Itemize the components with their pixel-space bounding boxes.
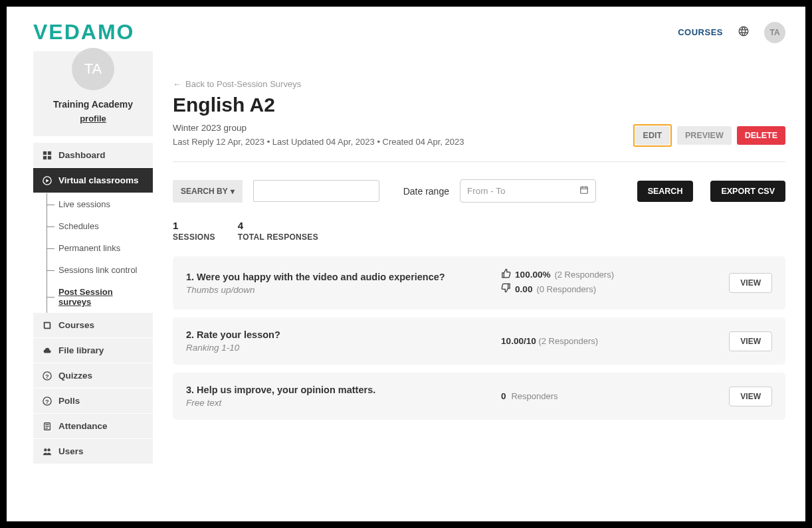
org-name: Training Academy — [40, 99, 146, 110]
svg-rect-2 — [43, 155, 47, 159]
sidebar-item-users[interactable]: Users — [33, 439, 153, 464]
sidebar-item-label: Courses — [58, 320, 94, 330]
question-title: 2. Rate your lesson? — [186, 329, 490, 340]
book-icon — [43, 321, 52, 330]
play-circle-icon — [43, 176, 52, 185]
sidebar-item-polls[interactable]: ? Polls — [33, 389, 153, 414]
view-button[interactable]: VIEW — [729, 387, 772, 406]
search-button[interactable]: SEARCH — [637, 181, 694, 202]
sidebar-item-label: Polls — [58, 396, 80, 406]
question-type: Thumbs up/down — [186, 285, 490, 295]
sidebar-item-courses[interactable]: Courses — [33, 313, 153, 338]
back-link[interactable]: ← Back to Post-Session Surveys — [173, 79, 301, 89]
group-name: Winter 2023 group — [173, 123, 464, 133]
svg-rect-1 — [48, 151, 51, 154]
question-card: 1. Were you happy with the video and aud… — [173, 256, 785, 309]
stat-sessions: 1 SESSIONS — [173, 220, 215, 242]
sidebar-item-label: Dashboard — [58, 150, 106, 160]
sidebar-item-dashboard[interactable]: Dashboard — [33, 143, 153, 168]
question-icon: ? — [43, 371, 52, 381]
question-title: 3. Help us improve, your opinion matters… — [186, 385, 490, 395]
stat-total-responses: 4 TOTAL RESPONSES — [238, 220, 318, 242]
org-avatar: TA — [72, 48, 114, 90]
sidebar-sub-permanent-links[interactable]: Permanent links — [47, 237, 153, 259]
caret-down-icon: ▾ — [231, 187, 235, 196]
question-card: 2. Rate your lesson? Ranking 1-10 10.00/… — [173, 317, 785, 365]
delete-button[interactable]: DELETE — [737, 126, 785, 145]
avatar[interactable]: TA — [764, 22, 785, 43]
profile-link[interactable]: profile — [80, 114, 106, 124]
svg-text:?: ? — [45, 373, 49, 379]
daterange-label: Date range — [403, 186, 449, 197]
sidebar-item-label: Virtual classrooms — [58, 175, 139, 185]
view-button[interactable]: VIEW — [729, 273, 772, 293]
sidebar-item-label: Quizzes — [58, 371, 92, 381]
preview-button[interactable]: PREVIEW — [677, 126, 732, 145]
globe-icon[interactable] — [738, 25, 750, 40]
svg-rect-3 — [48, 155, 51, 159]
sidebar-item-quizzes[interactable]: ? Quizzes — [33, 363, 153, 389]
meta-line: Last Reply 12 Apr, 2023 • Last Updated 0… — [173, 137, 464, 147]
daterange-input[interactable]: From - To — [460, 179, 596, 203]
courses-link[interactable]: COURSES — [678, 27, 723, 37]
question-icon: ? — [43, 396, 52, 406]
sidebar-sub-sessions-link-control[interactable]: Sessions link control — [47, 259, 153, 281]
sidebar-item-attendance[interactable]: Attendance — [33, 414, 153, 439]
edit-button[interactable]: EDIT — [635, 126, 670, 145]
sidebar-item-virtual-classrooms[interactable]: Virtual classrooms — [33, 168, 153, 193]
export-csv-button[interactable]: EXPORT CSV — [710, 181, 785, 202]
cloud-icon — [43, 346, 52, 355]
users-icon — [43, 447, 52, 456]
question-title: 1. Were you happy with the video and aud… — [186, 272, 490, 282]
sidebar-sub-post-session-surveys[interactable]: Post Session surveys — [47, 281, 153, 313]
svg-rect-0 — [43, 151, 47, 154]
search-input[interactable] — [253, 180, 379, 202]
svg-rect-15 — [581, 187, 588, 194]
thumb-down-icon — [501, 283, 511, 295]
sidebar-item-label: Users — [58, 446, 84, 456]
profile-card: TA Training Academy profile — [33, 51, 153, 136]
sidebar-item-file-library[interactable]: File library — [33, 338, 153, 363]
question-card: 3. Help us improve, your opinion matters… — [173, 373, 785, 420]
sidebar-item-label: File library — [58, 345, 104, 355]
svg-point-13 — [44, 448, 47, 451]
question-type: Ranking 1-10 — [186, 343, 490, 353]
view-button[interactable]: VIEW — [729, 331, 772, 351]
divider — [173, 161, 785, 162]
document-icon — [43, 422, 52, 431]
sidebar-item-label: Attendance — [58, 421, 108, 431]
sidebar-sub-schedules[interactable]: Schedules — [47, 215, 153, 237]
question-type: Free text — [186, 398, 490, 408]
arrow-left-icon: ← — [173, 79, 181, 89]
sidebar-sub-live-sessions[interactable]: Live sessions — [47, 193, 153, 215]
page-title: English A2 — [173, 94, 785, 116]
thumb-up-icon — [501, 268, 511, 280]
svg-text:?: ? — [45, 398, 49, 404]
calendar-icon — [579, 185, 589, 197]
grid-icon — [43, 151, 52, 160]
svg-point-14 — [47, 448, 50, 451]
logo: VEDAMO — [33, 20, 134, 44]
edit-button-highlight: EDIT — [633, 124, 672, 147]
search-by-dropdown[interactable]: SEARCH BY ▾ — [173, 180, 243, 203]
